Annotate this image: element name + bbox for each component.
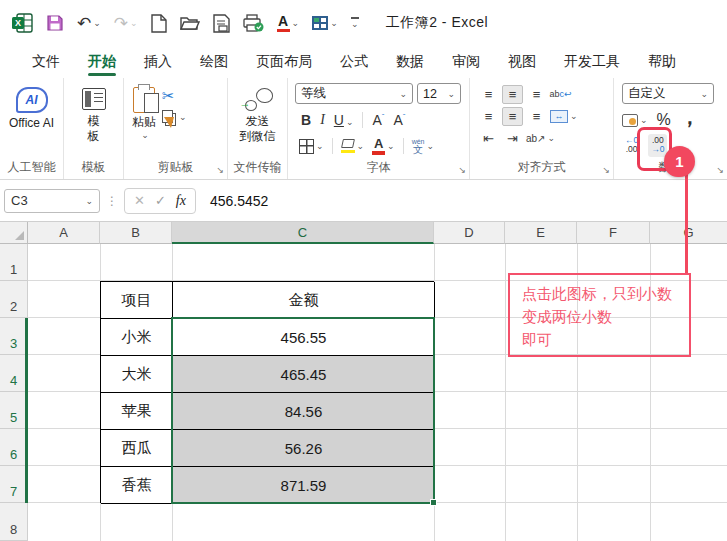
cell-b4[interactable]: 大米 xyxy=(101,356,173,393)
cell-c6[interactable]: 56.26 xyxy=(173,430,435,467)
row-header-2[interactable]: 2 xyxy=(0,281,28,318)
font-color-button[interactable]: A⌄ xyxy=(277,11,300,35)
align-center-button[interactable]: ≡ xyxy=(502,107,523,126)
dialog-launcher-icon[interactable]: ↘ xyxy=(458,165,466,175)
decrease-font-button[interactable]: Aˇ xyxy=(393,112,405,128)
merge-center-button[interactable]: ↔ ⌄ xyxy=(550,110,578,123)
undo-button[interactable]: ↶⌄ xyxy=(77,11,101,35)
underline-button[interactable]: U⌄ xyxy=(334,111,354,129)
cell-b2[interactable]: 项目 xyxy=(101,282,173,319)
column-header-f[interactable]: F xyxy=(577,222,650,244)
bold-button[interactable]: B xyxy=(301,112,311,128)
brush-icon xyxy=(164,117,174,145)
cell-b5[interactable]: 苹果 xyxy=(101,393,173,430)
row-header-8[interactable]: 8 xyxy=(0,503,28,541)
dialog-launcher-icon[interactable]: ↘ xyxy=(216,165,224,175)
customize-toolbar-button[interactable]: ⌄ xyxy=(351,11,359,35)
dialog-launcher-icon[interactable]: ↘ xyxy=(602,165,610,175)
font-size-select[interactable]: 12 ⌄ xyxy=(417,83,461,104)
cell-c5[interactable]: 84.56 xyxy=(173,393,435,430)
increase-indent-button[interactable]: ⇥ xyxy=(502,129,523,148)
tab-data[interactable]: 数据 xyxy=(382,46,438,78)
number-format-select[interactable]: 自定义 ⌄ xyxy=(622,83,714,104)
row-header-4[interactable]: 4 xyxy=(0,355,28,392)
window-title: 工作簿2 - Excel xyxy=(386,14,488,32)
format-painter-button[interactable] xyxy=(162,128,187,146)
row-header-5[interactable]: 5 xyxy=(0,392,28,429)
office-ai-button[interactable]: AI Office AI xyxy=(0,83,63,131)
cell-c4[interactable]: 465.45 xyxy=(173,356,435,393)
tab-insert[interactable]: 插入 xyxy=(130,46,186,78)
column-header-e[interactable]: E xyxy=(505,222,577,244)
chevron-down-icon: ⌄ xyxy=(570,111,578,121)
column-header-b[interactable]: B xyxy=(100,222,172,244)
borders-table-button[interactable]: ⌄ xyxy=(312,11,338,35)
tab-help[interactable]: 帮助 xyxy=(634,46,690,78)
wrap-text-button[interactable]: abc↩ xyxy=(550,85,571,104)
align-middle-button[interactable]: ≡ xyxy=(502,85,523,104)
column-header-c[interactable]: C xyxy=(172,222,434,244)
new-document-button[interactable] xyxy=(151,11,167,35)
tab-draw[interactable]: 绘图 xyxy=(186,46,242,78)
cell-c7[interactable]: 871.59 xyxy=(173,467,435,504)
comma-style-button[interactable]: ， xyxy=(680,112,700,122)
align-bottom-button[interactable]: ≡ xyxy=(526,85,547,104)
accounting-format-button[interactable]: ⌄ xyxy=(622,114,648,127)
fill-handle[interactable] xyxy=(430,499,437,506)
send-to-wechat-button[interactable]: → 发送 到微信 xyxy=(228,83,287,144)
cell-c3-active[interactable]: 456.55 xyxy=(173,319,435,356)
save-button[interactable] xyxy=(46,11,64,35)
italic-button[interactable]: I xyxy=(320,112,325,128)
borders-button[interactable]: ⌄ xyxy=(299,139,324,154)
orientation-button[interactable]: ab↗ ⌄ xyxy=(526,133,555,144)
column-header-g[interactable]: G xyxy=(650,222,727,244)
orientation-icon: ab↗ xyxy=(526,133,546,144)
cancel-icon[interactable]: ✕ xyxy=(134,193,145,208)
cut-button[interactable]: ✂ xyxy=(162,87,187,105)
tab-file[interactable]: 文件 xyxy=(18,46,74,78)
chevron-down-icon: ⌄ xyxy=(316,141,324,151)
font-color-icon: A xyxy=(372,137,385,155)
formula-input[interactable]: 456.5452 xyxy=(202,193,268,209)
chevron-down-icon: ⌄ xyxy=(426,141,434,151)
row-header-1[interactable]: 1 xyxy=(0,244,28,281)
phonetic-guide-button[interactable]: wén文 ⌄ xyxy=(412,138,434,155)
cell-b7[interactable]: 香蕉 xyxy=(101,467,173,504)
name-box[interactable]: C3 ⌄ xyxy=(4,189,100,213)
column-header-d[interactable]: D xyxy=(434,222,505,244)
align-right-button[interactable]: ≡ xyxy=(526,107,547,126)
row-header-7[interactable]: 7 xyxy=(0,466,28,503)
select-all-corner[interactable] xyxy=(0,222,28,244)
tab-developer[interactable]: 开发工具 xyxy=(550,46,634,78)
tab-home[interactable]: 开始 xyxy=(74,46,130,78)
formula-bar-splitter[interactable]: ⋮ xyxy=(106,194,118,208)
tab-view[interactable]: 视图 xyxy=(494,46,550,78)
font-name-select[interactable]: 等线 ⌄ xyxy=(295,83,413,104)
tab-page-layout[interactable]: 页面布局 xyxy=(242,46,326,78)
quick-print-button[interactable] xyxy=(243,11,264,35)
group-label-font: 字体 xyxy=(288,159,469,176)
font-color-button-ribbon[interactable]: A ⌄ xyxy=(372,137,395,155)
row-header-6[interactable]: 6 xyxy=(0,429,28,466)
increase-font-button[interactable]: Aˆ xyxy=(372,112,384,128)
row-header-3[interactable]: 3 xyxy=(0,318,28,355)
cell-b3[interactable]: 小米 xyxy=(101,319,173,356)
cell-c2[interactable]: 金额 xyxy=(173,282,435,319)
dialog-launcher-icon[interactable]: ↘ xyxy=(716,165,724,175)
group-ai: AI Office AI 人工智能 xyxy=(0,78,64,179)
tab-formulas[interactable]: 公式 xyxy=(326,46,382,78)
cell-b6[interactable]: 西瓜 xyxy=(101,430,173,467)
redo-button[interactable]: ↷⌄ xyxy=(114,11,138,35)
fill-color-button[interactable]: ⌄ xyxy=(341,139,365,153)
align-left-button[interactable]: ≡ xyxy=(478,107,499,126)
worksheet-grid[interactable]: A B C D E F G 1 2 3 4 5 6 7 8 项目 金额 小米 xyxy=(0,222,727,541)
insert-function-icon[interactable]: fx xyxy=(176,193,186,209)
template-button[interactable]: 模板 xyxy=(64,83,123,144)
print-preview-button[interactable] xyxy=(213,11,230,35)
decrease-indent-button[interactable]: ⇤ xyxy=(478,129,499,148)
column-header-a[interactable]: A xyxy=(28,222,100,244)
tab-review[interactable]: 审阅 xyxy=(438,46,494,78)
open-folder-button[interactable] xyxy=(180,11,200,35)
align-top-button[interactable]: ≡ xyxy=(478,85,499,104)
enter-icon[interactable]: ✓ xyxy=(155,193,166,208)
